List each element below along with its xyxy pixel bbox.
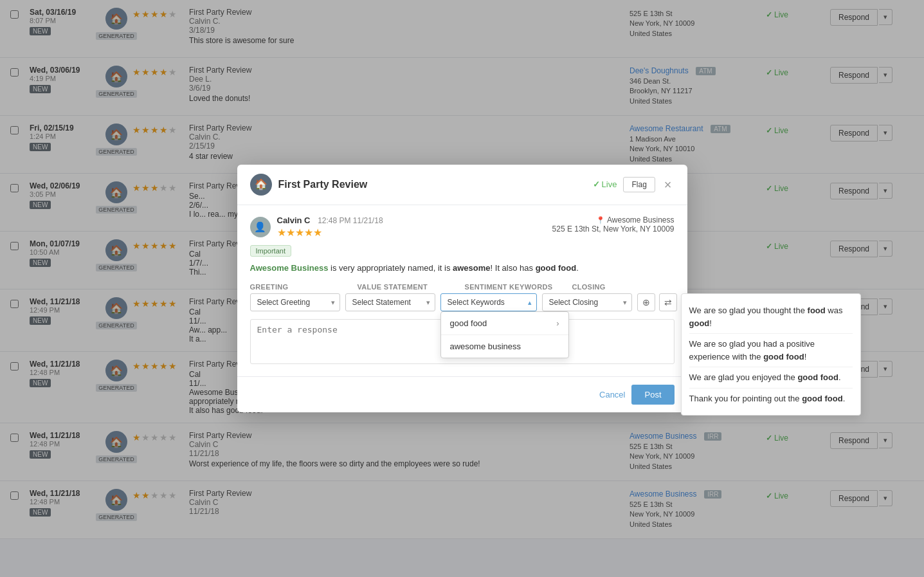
- suggestion-item[interactable]: We are so glad you thought the food was …: [689, 300, 853, 334]
- reviewer-left: 👤 Calvin C 12:48 PM 11/21/18 ★★★★★: [250, 215, 383, 239]
- keyword-item-goodfood[interactable]: good food ›: [441, 312, 568, 335]
- review-modal: 🏠 First Party Review Live Flag × 👤 Calv: [237, 165, 687, 413]
- keyword-item-awesomebusiness[interactable]: awesome business: [441, 335, 568, 358]
- response-builder: GREETING VALUE STATEMENT SENTIMENT KEYWO…: [250, 283, 675, 366]
- modal-footer: Cancel Post: [237, 376, 687, 412]
- modal-header: 🏠 First Party Review Live Flag ×: [237, 165, 687, 205]
- sentiment-label: SENTIMENT KEYWORDS: [465, 283, 567, 291]
- modal-live-badge: Live: [593, 179, 617, 189]
- modal-overlay[interactable]: 🏠 First Party Review Live Flag × 👤 Calv: [0, 0, 924, 577]
- post-button[interactable]: Post: [631, 385, 674, 405]
- reviewer-location: 📍 Awesome Business 525 E 13th St, New Yo…: [552, 215, 675, 234]
- modal-header-left: 🏠 First Party Review: [250, 174, 368, 196]
- review-goodfood-highlight: good food: [536, 263, 577, 273]
- reviewer-time: 12:48 PM 11/21/18: [318, 216, 383, 225]
- shuffle-button[interactable]: ⇄: [659, 293, 677, 311]
- suggestion-item[interactable]: Thank you for pointing out the good food…: [689, 389, 853, 409]
- keywords-select-wrapper: Select Keywords good food awesome busine…: [440, 293, 537, 311]
- greeting-select-wrapper: Select Greeting ▾: [250, 293, 340, 311]
- modal-header-right: Live Flag ×: [593, 177, 675, 192]
- builder-icons: ⊕ ⇄: [637, 293, 677, 311]
- review-business-highlight: Awesome Business: [250, 263, 329, 273]
- modal-home-icon: 🏠: [250, 174, 272, 196]
- close-button[interactable]: ×: [662, 178, 675, 191]
- reviewer-name: Calvin C: [277, 215, 311, 225]
- closing-select-wrapper: Select Closing ▾: [542, 293, 632, 311]
- page-wrapper: Sat, 03/16/19 8:07 PM NEW 🏠 GENERATED ★★…: [0, 0, 924, 577]
- modal-title: First Party Review: [278, 179, 368, 190]
- value-statement-select-wrapper: Select Statement ▾: [345, 293, 435, 311]
- keywords-select[interactable]: Select Keywords good food awesome busine…: [440, 293, 537, 311]
- suggestion-item[interactable]: We are so glad you had a positive experi…: [689, 334, 853, 367]
- add-template-button[interactable]: ⊕: [637, 293, 655, 311]
- cancel-button[interactable]: Cancel: [599, 390, 625, 399]
- closing-label: CLOSING: [572, 283, 675, 291]
- value-statement-select[interactable]: Select Statement: [345, 293, 435, 311]
- greeting-label: GREETING: [250, 283, 352, 291]
- value-label: VALUE STATEMENT: [358, 283, 460, 291]
- important-badge: Important: [250, 245, 291, 257]
- greeting-select[interactable]: Select Greeting: [250, 293, 340, 311]
- modal-body: 👤 Calvin C 12:48 PM 11/21/18 ★★★★★ 📍 Awe…: [237, 205, 687, 377]
- flag-button[interactable]: Flag: [623, 177, 655, 192]
- keywords-dropdown: good food › awesome business: [440, 311, 569, 358]
- builder-labels: GREETING VALUE STATEMENT SENTIMENT KEYWO…: [250, 283, 675, 291]
- reviewer-row: 👤 Calvin C 12:48 PM 11/21/18 ★★★★★ 📍 Awe…: [250, 215, 675, 239]
- review-awesome-highlight: awesome: [453, 263, 491, 273]
- review-content: Awesome Business is very appropriately n…: [250, 262, 675, 275]
- reviewer-avatar: 👤: [250, 217, 271, 237]
- builder-selects: Select Greeting ▾ Select Statement ▾: [250, 293, 675, 311]
- suggestions-panel: We are so glad you thought the food was …: [681, 293, 861, 416]
- suggestion-item[interactable]: We are glad you enjoyed the good food.: [689, 367, 853, 389]
- closing-select[interactable]: Select Closing: [542, 293, 632, 311]
- reviewer-stars: ★★★★★: [277, 226, 383, 239]
